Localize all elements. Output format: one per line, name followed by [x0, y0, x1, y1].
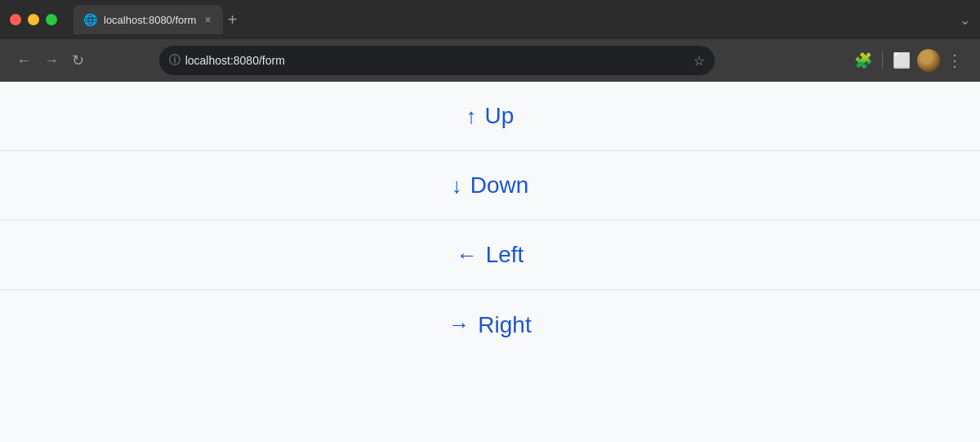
browser-toolbar: ← → ↻ ⓘ localhost:8080/form ☆ 🧩 ⬜ ⋮ [0, 39, 980, 82]
window-controls [10, 14, 57, 25]
browser-titlebar: 🌐 localhost:8080/form × + ⌄ [0, 0, 980, 39]
direction-text-left: Left [486, 242, 524, 268]
tab-close-button[interactable]: × [203, 14, 212, 25]
arrow-down-icon: ↓ [452, 173, 462, 199]
direction-row-down[interactable]: ↓ Down [0, 151, 980, 221]
menu-button[interactable]: ⋮ [943, 47, 967, 74]
close-window-button[interactable] [10, 14, 21, 25]
page-content: ↑ Up ↓ Down ← Left → Right [0, 82, 980, 442]
extensions-button[interactable]: 🧩 [851, 48, 875, 73]
tab-bar: 🌐 localhost:8080/form × + ⌄ [74, 5, 970, 34]
direction-label-right: → Right [448, 312, 531, 338]
direction-row-up[interactable]: ↑ Up [0, 82, 980, 151]
direction-row-left[interactable]: ← Left [0, 221, 980, 290]
info-icon: ⓘ [169, 53, 180, 68]
direction-text-up: Up [485, 103, 514, 129]
maximize-window-button[interactable] [46, 14, 57, 25]
direction-label-left: ← Left [457, 242, 524, 268]
profile-avatar[interactable] [917, 49, 940, 72]
new-tab-button[interactable]: + [228, 11, 238, 28]
toolbar-icons: 🧩 ⬜ ⋮ [851, 47, 967, 74]
direction-label-up: ↑ Up [466, 103, 514, 129]
arrow-left-icon: ← [457, 243, 478, 268]
reload-button[interactable]: ↻ [69, 50, 87, 71]
toolbar-divider [882, 51, 883, 70]
direction-text-down: Down [470, 172, 529, 199]
sidebar-button[interactable]: ⬜ [889, 48, 914, 73]
direction-label-down: ↓ Down [452, 172, 529, 199]
direction-text-right: Right [478, 312, 531, 338]
address-bar[interactable]: ⓘ localhost:8080/form ☆ [159, 46, 715, 75]
forward-button[interactable]: → [41, 50, 62, 71]
tab-list-button[interactable]: ⌄ [960, 12, 970, 28]
back-button[interactable]: ← [13, 50, 34, 71]
minimize-window-button[interactable] [28, 14, 39, 25]
arrow-right-icon: → [448, 312, 470, 337]
active-tab[interactable]: 🌐 localhost:8080/form × [74, 5, 223, 34]
globe-icon: 🌐 [83, 13, 97, 26]
arrow-up-icon: ↑ [466, 104, 477, 129]
direction-row-right[interactable]: → Right [0, 290, 980, 359]
tab-title: localhost:8080/form [104, 14, 196, 26]
url-text: localhost:8080/form [185, 54, 688, 67]
bookmark-button[interactable]: ☆ [693, 53, 705, 69]
